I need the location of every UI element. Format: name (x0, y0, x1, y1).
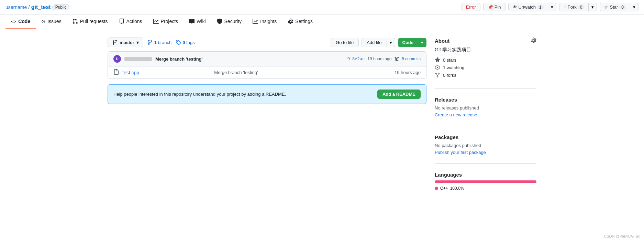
branch-dropdown-icon: ▾ (136, 40, 139, 45)
file-icon (113, 69, 119, 76)
eye-icon (435, 65, 440, 70)
unwatch-arrow[interactable]: ▾ (548, 3, 556, 11)
about-section: About Git 学习实践项目 0 stars 1 watching 0 fo… (435, 38, 536, 88)
branch-count-icon (147, 40, 153, 45)
commit-author (124, 57, 152, 61)
cpp-dot (435, 187, 438, 190)
topbar: username / git_test Public Error 📌 Pin 👁… (0, 0, 644, 14)
tab-security[interactable]: Security (211, 14, 247, 29)
languages-section: Languages C++ 100.0% (435, 172, 536, 199)
tab-issues[interactable]: ⊙ Issues (36, 14, 67, 29)
tab-pull-requests[interactable]: Pull requests (67, 14, 113, 29)
star-group: ☆ Star 0 ▾ (600, 3, 639, 11)
error-button[interactable]: Error (462, 3, 480, 11)
tab-actions[interactable]: Actions (113, 14, 148, 29)
code-btn-group: Code ▾ (398, 38, 427, 47)
publish-package-link[interactable]: Publish your first package (435, 150, 486, 155)
latest-commit-row: U Merge branch 'testing' 9f8e2ac 19 hour… (108, 52, 426, 66)
fork-group: ⑂ Fork 0 ▾ (559, 3, 597, 11)
packages-section: Packages No packages published Publish y… (435, 134, 536, 164)
topbar-actions: Error 📌 Pin 👁 Unwatch 1 ▾ ⑂ Fork 0 ▾ ☆ S… (462, 3, 639, 11)
owner-name[interactable]: username (5, 4, 27, 10)
projects-icon (153, 19, 159, 24)
star-arrow[interactable]: ▾ (630, 3, 639, 11)
commit-time: 19 hours ago (367, 56, 391, 61)
fork-button[interactable]: ⑂ Fork 0 (559, 3, 589, 11)
watching-stat: 1 watching (435, 65, 536, 70)
unwatch-button[interactable]: 👁 Unwatch 1 (508, 3, 548, 11)
releases-section: Releases No releases published Create a … (435, 97, 536, 126)
commit-hash[interactable]: 9f8e2ac (347, 56, 365, 61)
repo-name[interactable]: git_test (31, 4, 51, 10)
commit-meta: 9f8e2ac 19 hours ago 5 commits (347, 56, 421, 61)
repo-path-area: username / git_test Public (5, 4, 69, 10)
tab-wiki[interactable]: Wiki (184, 14, 211, 29)
tab-projects[interactable]: Projects (148, 14, 184, 29)
star-stat-icon (435, 57, 440, 63)
branch-selector[interactable]: master ▾ (108, 38, 143, 47)
create-release-link[interactable]: Create a new release (435, 112, 477, 117)
file-commit-msg: Merge branch 'testing' (214, 70, 391, 75)
pr-icon (73, 19, 78, 24)
tag-count-text[interactable]: 0 tags (182, 40, 195, 45)
add-file-arrow[interactable]: ▾ (387, 38, 395, 47)
insights-icon (253, 19, 258, 24)
file-name[interactable]: test.cpp (122, 70, 211, 75)
gear-icon[interactable] (531, 38, 536, 44)
releases-heading: Releases (435, 97, 536, 103)
add-readme-button[interactable]: Add a README (377, 90, 421, 99)
readme-banner: Help people interested in this repositor… (108, 84, 426, 104)
add-file-button[interactable]: Add file (362, 38, 387, 47)
readme-text: Help people interested in this repositor… (113, 92, 286, 97)
security-icon (217, 19, 222, 24)
branch-bar-right: Go to file Add file ▾ Code ▾ (331, 38, 426, 47)
no-releases-text: No releases published (435, 105, 536, 111)
about-title-row: About (435, 38, 536, 44)
cpp-label: C++ (440, 186, 448, 191)
commit-message: Merge branch 'testing' (155, 56, 344, 62)
packages-heading: Packages (435, 134, 536, 140)
branch-bar-left: master ▾ 1 branch 0 tags (108, 38, 195, 47)
branch-icon (112, 40, 118, 45)
tag-count-link[interactable]: 0 tags (176, 40, 195, 45)
code-icon: <> (11, 19, 16, 24)
add-file-group: Add file ▾ (362, 38, 395, 47)
commits-count-link[interactable]: 5 commits (402, 56, 421, 61)
no-packages-text: No packages published (435, 143, 536, 148)
issue-icon: ⊙ (41, 19, 45, 24)
forks-stat: 0 forks (435, 72, 536, 78)
file-table: U Merge branch 'testing' 9f8e2ac 19 hour… (108, 51, 426, 79)
visibility-badge: Public (52, 4, 70, 10)
branch-count-link[interactable]: 1 branch (147, 40, 172, 45)
branch-count-text[interactable]: 1 branch (154, 40, 172, 45)
tab-code[interactable]: <> Code (5, 14, 36, 29)
cpp-percent: 100.0% (450, 186, 464, 191)
cpp-stat: C++ 100.0% (435, 186, 536, 191)
main-content: master ▾ 1 branch 0 tags (102, 29, 542, 216)
forks-count: 0 forks (443, 73, 456, 78)
unwatch-group: 👁 Unwatch 1 ▾ (508, 3, 556, 11)
repo-nav: <> Code ⊙ Issues Pull requests Actions P… (0, 14, 644, 29)
avatar: U (113, 55, 121, 63)
stars-count: 0 stars (443, 57, 456, 63)
cpp-bar (435, 180, 536, 183)
branch-bar: master ▾ 1 branch 0 tags (108, 38, 426, 47)
language-bar (435, 180, 536, 183)
star-button[interactable]: ☆ Star 0 (600, 3, 630, 11)
code-button[interactable]: Code (398, 38, 418, 47)
languages-heading: Languages (435, 172, 536, 178)
repo-path: username / git_test Public (5, 4, 69, 10)
fork-arrow[interactable]: ▾ (589, 3, 597, 11)
about-description: Git 学习实践项目 (435, 47, 536, 53)
go-to-file-button[interactable]: Go to file (331, 38, 359, 47)
settings-icon (288, 19, 293, 24)
about-heading: About (435, 38, 449, 44)
table-row: test.cpp Merge branch 'testing' 19 hours… (108, 66, 426, 78)
sidebar: About Git 学习实践项目 0 stars 1 watching 0 fo… (435, 38, 536, 207)
tab-settings[interactable]: Settings (282, 14, 318, 29)
repo-slash: / (28, 4, 30, 10)
pin-button[interactable]: 📌 Pin (483, 3, 506, 11)
tab-insights[interactable]: Insights (247, 14, 282, 29)
code-btn-arrow[interactable]: ▾ (418, 38, 426, 47)
stars-stat: 0 stars (435, 57, 536, 63)
